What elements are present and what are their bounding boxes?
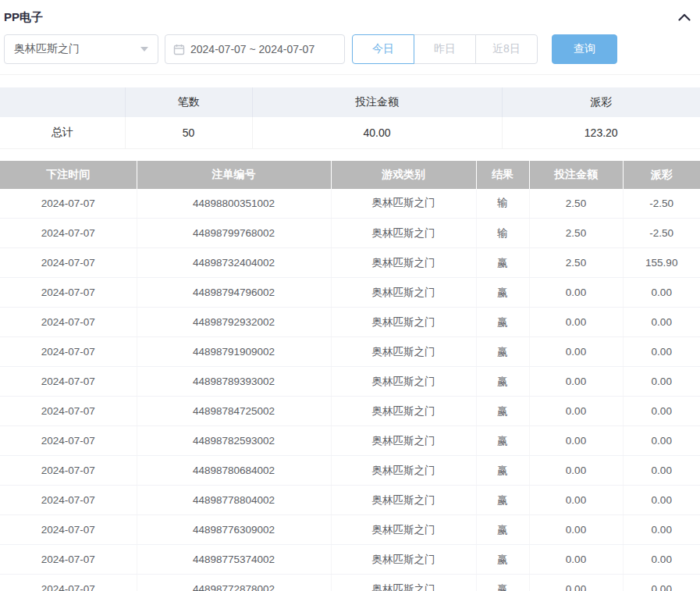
cell-result: 赢 [476,337,529,367]
cell-game-type: 奥林匹斯之门 [331,367,476,397]
cell-payout: -2.50 [623,219,700,248]
col-header-payout: 派彩 [623,161,700,189]
cell-game-type: 奥林匹斯之门 [331,545,476,575]
calendar-icon [173,44,185,55]
cell-order-id: 44898772878002 [137,575,331,591]
table-row: 2024-07-07 44898789393002 奥林匹斯之门 赢 0.00 … [0,367,700,397]
cell-game-type: 奥林匹斯之门 [331,248,476,278]
table-row: 2024-07-07 44898775374002 奥林匹斯之门 赢 0.00 … [0,545,700,575]
pp-games-panel: PP电子 奥林匹斯之门 2024-07-07 ~ 2024-07-07 [0,0,700,591]
summary-total-bet-amount: 40.00 [252,117,502,148]
cell-bet-time: 2024-07-07 [0,515,137,545]
cell-payout: 0.00 [623,545,700,575]
cell-game-type: 奥林匹斯之门 [331,426,476,456]
table-row: 2024-07-07 44898800351002 奥林匹斯之门 输 2.50 … [0,189,700,219]
cell-bet-time: 2024-07-07 [0,248,137,278]
cell-order-id: 44898776309002 [137,515,331,545]
game-select[interactable]: 奥林匹斯之门 [4,34,158,64]
cell-bet-time: 2024-07-07 [0,456,137,486]
cell-bet-time: 2024-07-07 [0,219,137,248]
cell-bet-amount: 0.00 [529,308,623,337]
summary-header-payout: 派彩 [502,87,700,117]
cell-order-id: 44898794796002 [137,278,331,308]
cell-game-type: 奥林匹斯之门 [331,308,476,337]
date-range-value: 2024-07-07 ~ 2024-07-07 [190,43,314,55]
col-header-order-id: 注单编号 [137,161,331,189]
summary-header-count: 笔数 [125,87,252,117]
cell-bet-time: 2024-07-07 [0,367,137,397]
col-header-bet-time: 下注时间 [0,161,137,189]
cell-bet-time: 2024-07-07 [0,426,137,456]
cell-bet-time: 2024-07-07 [0,545,137,575]
cell-bet-time: 2024-07-07 [0,337,137,367]
cell-bet-amount: 0.00 [529,486,623,515]
cell-bet-amount: 2.50 [529,248,623,278]
cell-bet-amount: 0.00 [529,397,623,426]
cell-result: 赢 [476,456,529,486]
table-row: 2024-07-07 44898776309002 奥林匹斯之门 赢 0.00 … [0,515,700,545]
cell-payout: 0.00 [623,426,700,456]
cell-result: 赢 [476,248,529,278]
quick-filter-last8days[interactable]: 近8日 [475,34,538,64]
cell-order-id: 44898782593002 [137,426,331,456]
summary-total-row: 总计 50 40.00 123.20 [0,117,700,148]
cell-bet-amount: 0.00 [529,337,623,367]
cell-order-id: 44898800351002 [137,189,331,219]
cell-bet-time: 2024-07-07 [0,397,137,426]
cell-bet-amount: 0.00 [529,545,623,575]
cell-payout: 0.00 [623,397,700,426]
quick-filter-today[interactable]: 今日 [352,34,414,64]
bet-table-header-row: 下注时间 注单编号 游戏类别 结果 投注金额 派彩 [0,161,700,189]
cell-order-id: 44898775374002 [137,545,331,575]
bet-records-table: 下注时间 注单编号 游戏类别 结果 投注金额 派彩 2024-07-07 448… [0,161,700,591]
summary-header-empty [0,87,125,117]
col-header-result: 结果 [476,161,529,189]
game-select-value: 奥林匹斯之门 [14,42,80,56]
filter-bar: 奥林匹斯之门 2024-07-07 ~ 2024-07-07 今日 昨日 近8日… [0,31,700,75]
cell-game-type: 奥林匹斯之门 [331,219,476,248]
cell-game-type: 奥林匹斯之门 [331,397,476,426]
cell-result: 输 [476,189,529,219]
cell-payout: 155.90 [623,248,700,278]
cell-payout: 0.00 [623,456,700,486]
cell-bet-time: 2024-07-07 [0,575,137,591]
cell-bet-amount: 0.00 [529,426,623,456]
col-header-game-type: 游戏类别 [331,161,476,189]
cell-payout: -2.50 [623,189,700,219]
panel-header: PP电子 [0,0,700,31]
table-row: 2024-07-07 44898794796002 奥林匹斯之门 赢 0.00 … [0,278,700,308]
cell-order-id: 44898789393002 [137,367,331,397]
cell-order-id: 44898799768002 [137,219,331,248]
cell-bet-amount: 2.50 [529,189,623,219]
search-button[interactable]: 查询 [552,34,617,64]
cell-bet-time: 2024-07-07 [0,189,137,219]
cell-bet-amount: 0.00 [529,456,623,486]
quick-filter-yesterday[interactable]: 昨日 [414,34,476,64]
table-row: 2024-07-07 44898782593002 奥林匹斯之门 赢 0.00 … [0,426,700,456]
cell-bet-time: 2024-07-07 [0,486,137,515]
cell-payout: 0.00 [623,486,700,515]
table-row: 2024-07-07 44898799768002 奥林匹斯之门 输 2.50 … [0,219,700,248]
cell-payout: 0.00 [623,308,700,337]
chevron-up-icon[interactable] [677,9,692,25]
summary-section: 笔数 投注金额 派彩 总计 50 40.00 123.20 [0,87,700,149]
cell-game-type: 奥林匹斯之门 [331,278,476,308]
bet-table-body: 2024-07-07 44898800351002 奥林匹斯之门 输 2.50 … [0,189,700,591]
quick-filter-group: 今日 昨日 近8日 [352,34,538,64]
cell-result: 赢 [476,486,529,515]
cell-order-id: 44898778804002 [137,486,331,515]
date-range-picker[interactable]: 2024-07-07 ~ 2024-07-07 [165,34,345,64]
table-row: 2024-07-07 44898732404002 奥林匹斯之门 赢 2.50 … [0,248,700,278]
cell-bet-time: 2024-07-07 [0,278,137,308]
cell-game-type: 奥林匹斯之门 [331,515,476,545]
cell-result: 输 [476,219,529,248]
cell-bet-amount: 0.00 [529,575,623,591]
summary-header-row: 笔数 投注金额 派彩 [0,87,700,117]
cell-order-id: 44898792932002 [137,308,331,337]
table-row: 2024-07-07 44898780684002 奥林匹斯之门 赢 0.00 … [0,456,700,486]
cell-result: 赢 [476,308,529,337]
cell-game-type: 奥林匹斯之门 [331,189,476,219]
chevron-down-icon [140,47,148,52]
cell-payout: 0.00 [623,337,700,367]
cell-order-id: 44898780684002 [137,456,331,486]
